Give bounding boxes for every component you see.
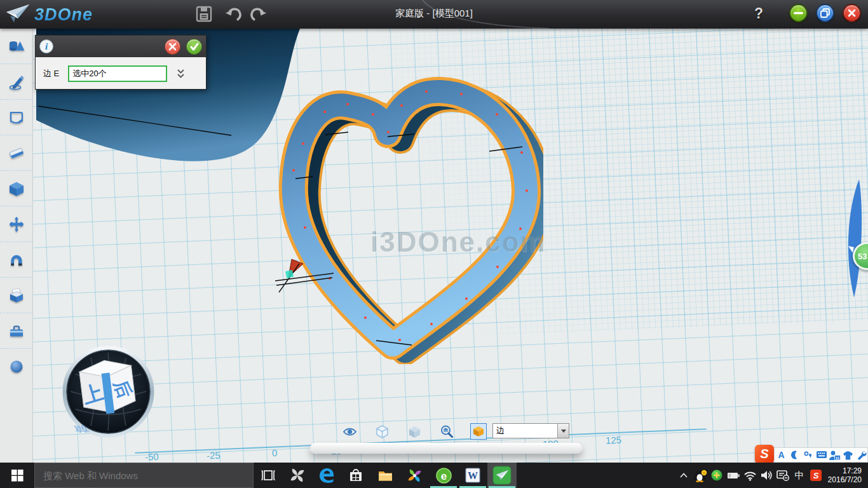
badge-pointer: [847, 246, 854, 253]
edge-selection-input[interactable]: [68, 65, 167, 82]
cancel-button[interactable]: [165, 39, 180, 55]
ime-account-icon[interactable]: 11: [829, 448, 841, 462]
save-button[interactable]: [195, 5, 214, 24]
app-name: 3DOne: [34, 5, 93, 25]
sidebar-item-feature[interactable]: [0, 171, 32, 207]
taskbar-app-pinwheel[interactable]: [283, 463, 312, 488]
3done-window: -50 -25 0 25 75 100 125: [0, 0, 868, 488]
wireframe-view-icon[interactable]: [374, 423, 390, 440]
tray-wifi-icon[interactable]: [743, 463, 757, 488]
tray-battery-icon[interactable]: [726, 463, 741, 488]
minimize-button[interactable]: [789, 4, 808, 22]
axis-label: 0: [272, 447, 278, 458]
tray-date: 2016/7/20: [828, 475, 862, 484]
ime-keyboard-icon[interactable]: [815, 448, 827, 462]
tray-chevron-up-icon[interactable]: [677, 463, 691, 488]
svg-text:S: S: [813, 471, 819, 480]
help-button[interactable]: ?: [751, 5, 766, 22]
start-button[interactable]: [0, 463, 34, 488]
redo-button[interactable]: [249, 5, 268, 24]
task-view-button[interactable]: [254, 463, 283, 488]
selection-dialog: i 边 E: [35, 35, 207, 90]
taskbar-app-edge[interactable]: [312, 463, 341, 488]
magnet-icon: [8, 251, 25, 269]
sidebar-item-magnet[interactable]: [0, 242, 32, 278]
sidebar-item-effects[interactable]: [0, 278, 32, 313]
sidebar-item-surface[interactable]: [0, 100, 32, 135]
axis-label: 125: [606, 435, 622, 446]
expand-double-chevron-icon[interactable]: [176, 69, 186, 79]
paper-plane-logo-icon: [5, 3, 31, 26]
pick-filter-icon[interactable]: [470, 423, 487, 440]
title-bar: 3DOne 家庭版 - [模型001] ?: [0, 0, 868, 29]
ime-skin-icon[interactable]: [842, 448, 854, 462]
window-title: 家庭版 - [模型001]: [395, 8, 473, 20]
tray-qq-icon[interactable]: [693, 463, 708, 488]
sidebar-item-sketch[interactable]: [0, 64, 32, 100]
visibility-eye-icon[interactable]: [341, 423, 358, 440]
sogou-logo[interactable]: S: [755, 445, 774, 464]
tray-time: 17:29: [828, 466, 862, 475]
chevron-down-icon: [561, 430, 566, 433]
view-cube[interactable]: 上 后 前: [62, 345, 155, 438]
search-input[interactable]: [35, 470, 253, 481]
dropdown-arrow-button[interactable]: [557, 424, 569, 438]
ime-punctuation-icon[interactable]: [802, 448, 814, 462]
undo-button[interactable]: [224, 5, 243, 24]
tray-notification-icon[interactable]: [776, 463, 790, 488]
dialog-header[interactable]: i: [36, 36, 206, 57]
taskbar-app-word[interactable]: W: [458, 463, 487, 488]
app-logo: 3DOne: [5, 2, 93, 27]
sidebar-item-toolbox[interactable]: [0, 313, 32, 349]
svg-text:11: 11: [836, 455, 840, 459]
system-tray: 中 S 17:29 2016/7/20: [677, 463, 868, 488]
ime-toolbar: A 11: [764, 447, 868, 463]
feature-cube-icon: [8, 180, 25, 198]
restore-button[interactable]: [816, 4, 834, 22]
taskbar-app-360[interactable]: [400, 463, 429, 488]
sidebar-item-move[interactable]: [0, 207, 32, 242]
ground-plane-bar: [310, 443, 582, 454]
sidebar-item-material[interactable]: [0, 349, 32, 384]
sidebar-item-eraser[interactable]: [0, 135, 32, 171]
special-effects-box-icon: [8, 287, 25, 304]
axis-label: -25: [207, 450, 220, 461]
ime-settings-wrench-icon[interactable]: [855, 448, 867, 462]
close-button[interactable]: [843, 4, 861, 22]
tray-ime-indicator[interactable]: 中: [792, 463, 807, 488]
pick-filter-value: 边: [493, 424, 557, 438]
tray-clock[interactable]: 17:29 2016/7/20: [828, 466, 865, 484]
shaded-view-icon[interactable]: [406, 423, 423, 440]
sketch-pencil-icon: [8, 73, 25, 91]
taskbar-app-store[interactable]: [341, 463, 370, 488]
zoom-view-icon[interactable]: [438, 423, 455, 440]
ime-fullhalf-moon-icon[interactable]: [789, 448, 801, 462]
taskbar-app-3done[interactable]: [487, 463, 517, 488]
svg-text:W: W: [468, 470, 478, 481]
taskbar-app-explorer[interactable]: [370, 463, 400, 488]
tool-sidebar: [0, 29, 33, 463]
sidebar-item-solids[interactable]: [0, 29, 32, 64]
ime-mode-letter[interactable]: A: [775, 448, 787, 462]
badge-count: 53: [858, 252, 867, 261]
toolbox-icon: [8, 322, 25, 340]
material-sphere-icon: [8, 358, 25, 376]
tray-360-icon[interactable]: [710, 463, 724, 488]
tray-sogou-icon[interactable]: S: [809, 463, 824, 488]
edge-field-label: 边 E: [43, 68, 59, 79]
solids-icon: [8, 37, 25, 55]
info-icon: i: [39, 39, 53, 53]
model-heart[interactable]: [270, 75, 543, 364]
windows-taskbar: e W: [0, 463, 868, 488]
confirm-button[interactable]: [186, 39, 202, 55]
eraser-icon: [8, 144, 25, 162]
pick-filter-dropdown[interactable]: 边: [492, 423, 569, 438]
surface-icon: [8, 109, 25, 126]
watermark: i3DOne.com: [370, 226, 546, 258]
taskbar-search[interactable]: [34, 463, 254, 488]
axis-label: -50: [145, 451, 159, 463]
taskbar-app-green-browser[interactable]: e: [429, 463, 458, 488]
move-arrows-icon: [8, 215, 25, 233]
svg-text:e: e: [440, 470, 446, 482]
tray-volume-icon[interactable]: [759, 463, 774, 488]
